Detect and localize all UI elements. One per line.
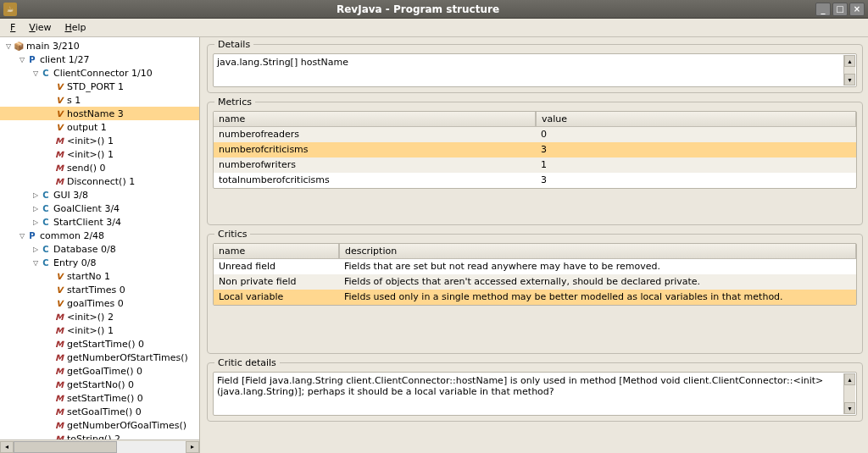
- tree-row[interactable]: ▷CDatabase 0/8: [0, 242, 199, 256]
- method-icon: M: [54, 434, 64, 439]
- tree-collapse-icon[interactable]: ▽: [17, 230, 27, 240]
- tree-label: common 2/48: [40, 230, 104, 241]
- close-button[interactable]: ×: [849, 3, 865, 16]
- menu-help[interactable]: Help: [58, 20, 92, 35]
- tree-label: client 1/27: [40, 54, 89, 65]
- tree-collapse-icon[interactable]: ▽: [17, 54, 27, 64]
- method-icon: M: [54, 176, 64, 186]
- scroll-thumb[interactable]: [14, 441, 117, 453]
- tree-collapse-icon[interactable]: ▽: [3, 41, 14, 51]
- details-text: java.lang.String[] hostName: [217, 57, 348, 68]
- metrics-table[interactable]: namevaluenumberofreaders0numberofcritici…: [213, 111, 857, 189]
- critics-row[interactable]: Unread fieldFields that are set but not …: [214, 259, 856, 274]
- menu-view[interactable]: View: [22, 20, 58, 35]
- tree-row[interactable]: M<init>() 2: [0, 310, 199, 323]
- tree-row[interactable]: ▽Pclient 1/27: [0, 52, 199, 66]
- tree-row[interactable]: Msend() 0: [0, 161, 199, 174]
- tree-expand-icon[interactable]: ▷: [31, 203, 41, 213]
- critics-row[interactable]: Non private fieldFields of objects that …: [214, 274, 856, 290]
- metrics-row[interactable]: numberofwriters1: [214, 157, 856, 173]
- tree-toggle-empty: [44, 352, 54, 362]
- tree-expand-icon[interactable]: ▷: [31, 190, 41, 200]
- tree-row[interactable]: M<init>() 1: [0, 323, 199, 337]
- tree-row[interactable]: MgetStartTime() 0: [0, 337, 199, 351]
- tree-toggle-empty: [44, 298, 54, 308]
- metrics-row[interactable]: numberofreaders0: [214, 127, 856, 142]
- tree-row[interactable]: Vs 1: [0, 93, 199, 107]
- scroll-up-icon[interactable]: ▴: [844, 55, 855, 67]
- metrics-row[interactable]: numberofcriticisms3: [214, 142, 856, 157]
- metrics-row[interactable]: totalnumberofcriticisms3: [214, 173, 856, 188]
- scroll-down-icon[interactable]: ▾: [844, 402, 855, 414]
- tree-collapse-icon[interactable]: ▽: [31, 257, 41, 268]
- maximize-button[interactable]: □: [832, 3, 848, 16]
- critic-details-textbox[interactable]: Field [Field java.lang.String client.Cli…: [213, 372, 857, 416]
- critics-col-name[interactable]: name: [214, 244, 339, 259]
- tree-expand-icon[interactable]: ▷: [31, 244, 41, 254]
- tree-row[interactable]: ▷CStartClient 3/4: [0, 215, 199, 229]
- tree-row[interactable]: Voutput 1: [0, 120, 199, 134]
- tree-row[interactable]: ▷CGUI 3/8: [0, 188, 199, 202]
- tree-row[interactable]: MgetNumberOfGoalTimes(): [0, 418, 199, 432]
- tree-label: Disconnect() 1: [67, 176, 135, 187]
- tree-label: getStartNo() 0: [67, 379, 134, 390]
- scroll-left-icon[interactable]: ◂: [0, 441, 14, 453]
- field-icon: V: [54, 298, 64, 308]
- tree-row[interactable]: VSTD_PORT 1: [0, 80, 199, 93]
- tree-label: GUI 3/8: [53, 190, 88, 201]
- menu-file[interactable]: F: [3, 20, 22, 35]
- metric-value: 0: [536, 127, 856, 142]
- tree-row[interactable]: ▽CClientConnector 1/10: [0, 66, 199, 80]
- tree-label: getNumberOfStartTimes(): [67, 352, 188, 363]
- package-icon: 📦: [14, 41, 24, 51]
- critics-table[interactable]: namedescriptionUnread fieldFields that a…: [213, 243, 857, 306]
- critics-legend: Critics: [214, 229, 250, 240]
- metrics-col-name[interactable]: name: [214, 112, 536, 127]
- tree-row[interactable]: VhostName 3: [0, 107, 199, 120]
- tree-row[interactable]: MsetGoalTime() 0: [0, 405, 199, 418]
- tree-row[interactable]: MtoString() 2: [0, 432, 199, 439]
- method-icon: M: [54, 149, 64, 159]
- tree-row[interactable]: ▽📦main 3/210: [0, 39, 199, 52]
- tree-row[interactable]: MgetGoalTime() 0: [0, 364, 199, 378]
- scroll-down-icon[interactable]: ▾: [844, 74, 855, 86]
- tree-label: STD_PORT 1: [67, 81, 124, 92]
- tree-row[interactable]: MgetStartNo() 0: [0, 378, 199, 391]
- scroll-right-icon[interactable]: ▸: [186, 441, 199, 453]
- tree-row[interactable]: MDisconnect() 1: [0, 174, 199, 188]
- tree-label: StartClient 3/4: [53, 217, 121, 228]
- tree-row[interactable]: M<init>() 1: [0, 147, 199, 161]
- critics-col-desc[interactable]: description: [339, 244, 856, 259]
- minimize-button[interactable]: _: [815, 3, 831, 16]
- tree-hscrollbar[interactable]: ◂ ▸: [0, 439, 199, 453]
- tree-toggle-empty: [44, 393, 54, 403]
- program-tree[interactable]: ▽📦main 3/210▽Pclient 1/27▽CClientConnect…: [0, 37, 199, 439]
- tree-row[interactable]: VstartTimes 0: [0, 283, 199, 296]
- critic-details-vscroll[interactable]: ▴ ▾: [843, 373, 855, 414]
- class-icon: C: [41, 217, 51, 227]
- tree-row[interactable]: ▽CEntry 0/8: [0, 256, 199, 269]
- tree-collapse-icon[interactable]: ▽: [31, 68, 41, 78]
- critic-desc: Fields of objects that aren't accessed e…: [339, 274, 856, 290]
- tree-row[interactable]: M<init>() 1: [0, 134, 199, 147]
- metrics-legend: Metrics: [214, 97, 255, 108]
- package-letter-icon: P: [27, 230, 37, 240]
- tree-row[interactable]: MgetNumberOfStartTimes(): [0, 351, 199, 364]
- tree-toggle-empty: [44, 312, 54, 322]
- tree-row[interactable]: VstartNo 1: [0, 269, 199, 283]
- metric-name: numberofwriters: [214, 157, 536, 173]
- tree-expand-icon[interactable]: ▷: [31, 217, 41, 227]
- scroll-up-icon[interactable]: ▴: [844, 373, 855, 385]
- tree-row[interactable]: VgoalTimes 0: [0, 296, 199, 310]
- tree-row[interactable]: MsetStartTime() 0: [0, 391, 199, 405]
- tree-row[interactable]: ▷CGoalClient 3/4: [0, 202, 199, 215]
- critics-row[interactable]: Local variableFields used only in a sing…: [214, 290, 856, 305]
- details-vscroll[interactable]: ▴ ▾: [843, 55, 855, 86]
- tree-row[interactable]: ▽Pcommon 2/48: [0, 229, 199, 242]
- field-icon: V: [54, 81, 64, 91]
- critic-name: Non private field: [214, 274, 339, 290]
- class-icon: C: [41, 68, 51, 78]
- details-textbox[interactable]: java.lang.String[] hostName ▴ ▾: [213, 53, 857, 87]
- critic-name: Local variable: [214, 290, 339, 305]
- metrics-col-value[interactable]: value: [536, 112, 856, 127]
